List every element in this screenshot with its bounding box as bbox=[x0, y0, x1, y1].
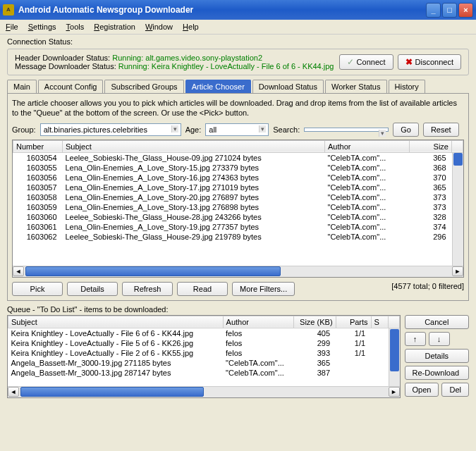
col-author[interactable]: Author bbox=[325, 140, 410, 152]
col-number[interactable]: Number bbox=[13, 140, 63, 152]
table-row[interactable]: 1603055Lena_Olin-Enemies_A_Love_Story-15… bbox=[13, 163, 463, 173]
table-row[interactable]: Angela_Bassett-Mr_3000-13.jpg 287147 byt… bbox=[8, 368, 400, 378]
window-title: Android Automatic Newsgroup Downloader bbox=[18, 5, 425, 15]
maximize-button[interactable]: □ bbox=[442, 3, 457, 18]
col-subject[interactable]: Subject bbox=[63, 140, 325, 152]
qcol-parts[interactable]: Parts bbox=[336, 316, 371, 328]
disconnect-button[interactable]: ✖Disconnect bbox=[398, 54, 461, 70]
tab-article-chooser[interactable]: Article Chooser bbox=[185, 80, 251, 93]
more-filters-button[interactable]: More Filters... bbox=[232, 282, 295, 296]
table-row[interactable]: 1603062Leelee_Sobieski-The_Glass_House-2… bbox=[13, 232, 463, 242]
header-status-value: Running: alt.games.video.sony-playstatio… bbox=[112, 54, 262, 62]
menu-settings[interactable]: Settings bbox=[28, 23, 56, 31]
articles-vscroll[interactable] bbox=[452, 153, 463, 266]
queue-hscroll[interactable]: ◄► bbox=[8, 386, 400, 397]
chooser-description: The article chooser allows you you to pi… bbox=[12, 98, 464, 118]
message-status-value: Running: Keira Knightley - LoveActually … bbox=[118, 62, 334, 70]
message-status-label: Message Downloader Status: bbox=[15, 62, 116, 70]
tab-main[interactable]: Main bbox=[7, 80, 37, 93]
x-icon: ✖ bbox=[405, 57, 413, 67]
header-status-label: Header Downloader Status: bbox=[15, 54, 110, 62]
qcol-s[interactable]: S bbox=[371, 316, 388, 328]
checkmark-icon: ✓ bbox=[347, 57, 354, 67]
titlebar: A Android Automatic Newsgroup Downloader… bbox=[0, 0, 476, 20]
table-row[interactable]: Angela_Bassett-Mr_3000-19.jpg 271185 byt… bbox=[8, 358, 400, 368]
cancel-button[interactable]: Cancel bbox=[405, 315, 469, 329]
queue-vscroll[interactable] bbox=[389, 328, 400, 386]
go-button[interactable]: Go bbox=[393, 123, 419, 137]
table-row[interactable]: 1603057Lena_Olin-Enemies_A_Love_Story-17… bbox=[13, 183, 463, 192]
menu-registration[interactable]: Registration bbox=[94, 23, 135, 31]
qcol-sizekb[interactable]: Size (KB) bbox=[293, 316, 336, 328]
read-button[interactable]: Read bbox=[177, 282, 228, 296]
tab-worker-status[interactable]: Worker Status bbox=[325, 80, 387, 93]
del-button[interactable]: Del bbox=[441, 383, 469, 397]
tab-history[interactable]: History bbox=[389, 80, 425, 93]
queue-label: Queue - "To Do List" - items to be downl… bbox=[7, 305, 469, 314]
connection-status-label: Connection Status: bbox=[7, 37, 469, 46]
tab-subscribed-groups[interactable]: Subscribed Groups bbox=[104, 80, 183, 93]
table-row[interactable]: 1603059Lena_Olin-Enemies_A_Love_Story-13… bbox=[13, 202, 463, 212]
close-button[interactable]: × bbox=[458, 3, 473, 18]
redownload-button[interactable]: Re-Download bbox=[405, 366, 469, 380]
queue-details-button[interactable]: Details bbox=[405, 349, 469, 363]
table-row[interactable]: Keira Knightley - LoveActually - File 2 … bbox=[8, 348, 400, 358]
connection-status-box: Header Downloader Status: Running: alt.g… bbox=[7, 49, 469, 75]
articles-table[interactable]: Number Subject Author Size 1603054Leelee… bbox=[12, 140, 464, 278]
qcol-subject[interactable]: Subject bbox=[8, 316, 224, 328]
open-button[interactable]: Open bbox=[405, 383, 439, 397]
search-input[interactable] bbox=[304, 128, 389, 132]
table-row[interactable]: 1603054Leelee_Sobieski-The_Glass_House-0… bbox=[13, 152, 463, 163]
age-label: Age: bbox=[185, 125, 202, 134]
move-down-button[interactable]: ↓ bbox=[429, 332, 450, 346]
connect-button[interactable]: ✓Connect bbox=[339, 54, 393, 70]
details-button[interactable]: Details bbox=[67, 282, 118, 296]
total-count: [4577 total; 0 filtered] bbox=[391, 282, 464, 296]
minimize-button[interactable]: _ bbox=[426, 3, 441, 18]
tab-account-config[interactable]: Account Config bbox=[38, 80, 104, 93]
queue-table[interactable]: Subject Author Size (KB) Parts S Keira K… bbox=[7, 315, 401, 398]
menu-file[interactable]: File bbox=[6, 23, 18, 31]
table-row[interactable]: Keira Knightley - LoveActually - File 6 … bbox=[8, 328, 400, 338]
table-row[interactable]: 1603058Lena_Olin-Enemies_A_Love_Story-20… bbox=[13, 192, 463, 202]
col-size[interactable]: Size bbox=[410, 140, 452, 152]
tab-download-status[interactable]: Download Status bbox=[252, 80, 324, 93]
group-select[interactable]: alt.binaries.pictures.celebrities bbox=[40, 123, 181, 136]
table-row[interactable]: 1603056Lena_Olin-Enemies_A_Love_Story-16… bbox=[13, 173, 463, 183]
search-label: Search: bbox=[273, 125, 300, 134]
move-up-button[interactable]: ↑ bbox=[405, 332, 426, 346]
menu-tools[interactable]: Tools bbox=[66, 23, 85, 31]
menubar: File Settings Tools Registration Window … bbox=[0, 20, 476, 35]
articles-hscroll[interactable]: ◄► bbox=[13, 266, 463, 277]
table-row[interactable]: Keira Knightley - LoveActually - File 5 … bbox=[8, 338, 400, 348]
menu-help[interactable]: Help bbox=[183, 23, 199, 31]
app-icon: A bbox=[3, 4, 14, 16]
pick-button[interactable]: Pick bbox=[12, 282, 63, 296]
qcol-author[interactable]: Author bbox=[223, 316, 293, 328]
refresh-button[interactable]: Refresh bbox=[122, 282, 173, 296]
reset-button[interactable]: Reset bbox=[423, 123, 459, 137]
group-label: Group: bbox=[12, 125, 36, 134]
tabs: Main Account Config Subscribed Groups Ar… bbox=[7, 80, 469, 93]
table-row[interactable]: 1603060Leelee_Sobieski-The_Glass_House-2… bbox=[13, 212, 463, 222]
table-row[interactable]: 1603061Lena_Olin-Enemies_A_Love_Story-19… bbox=[13, 222, 463, 232]
age-select[interactable]: all bbox=[205, 123, 269, 136]
article-chooser-panel: The article chooser allows you you to pi… bbox=[7, 93, 469, 301]
menu-window[interactable]: Window bbox=[145, 23, 173, 31]
